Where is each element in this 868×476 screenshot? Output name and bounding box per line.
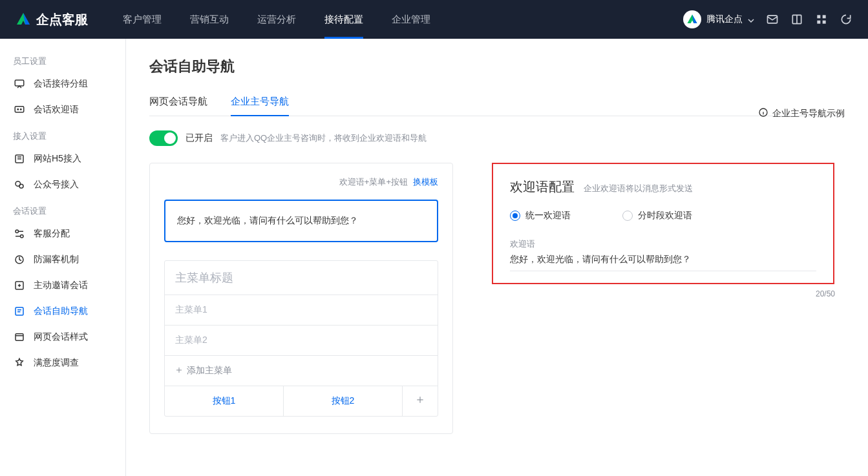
nav-right: 腾讯企点 bbox=[683, 10, 852, 28]
svg-rect-3 bbox=[817, 15, 820, 18]
config-title: 欢迎语配置 bbox=[510, 178, 575, 196]
subtabs: 网页会话导航 企业主号导航 bbox=[149, 89, 845, 116]
page-title: 会话自助导航 bbox=[149, 57, 845, 76]
preview-welcome-box[interactable]: 您好，欢迎光临，请问有什么可以帮助到您？ bbox=[164, 200, 438, 242]
info-icon bbox=[758, 107, 768, 119]
nav-tab-reception[interactable]: 接待配置 bbox=[310, 0, 377, 39]
sidebar-item-h5[interactable]: 网站H5接入 bbox=[0, 146, 125, 172]
chevron-down-icon bbox=[748, 14, 754, 25]
tenant-name: 腾讯企点 bbox=[706, 14, 743, 25]
sidebar-item-label: 满意度调查 bbox=[34, 357, 79, 369]
sidebar-item-label: 网站H5接入 bbox=[34, 153, 81, 165]
tenant-menu[interactable]: 腾讯企点 bbox=[683, 10, 754, 28]
preview-card: 欢迎语+菜单+按钮 换模板 您好，欢迎光临，请问有什么可以帮助到您？ 主菜单标题… bbox=[149, 163, 453, 434]
sidebar: 员工设置 会话接待分组 会话欢迎语 接入设置 网站H5接入 公众号接入 会话设置… bbox=[0, 39, 126, 476]
sidebar-item-label: 会话自助导航 bbox=[34, 305, 88, 317]
svg-point-10 bbox=[21, 109, 22, 110]
sidebar-item-label: 网页会话样式 bbox=[34, 331, 88, 343]
wechat-icon bbox=[13, 178, 26, 191]
char-count: 20/50 bbox=[816, 289, 835, 298]
apps-icon[interactable] bbox=[815, 13, 828, 26]
survey-icon bbox=[13, 357, 26, 369]
refresh-icon[interactable] bbox=[840, 13, 852, 26]
nav-tab-analytics[interactable]: 运营分析 bbox=[243, 0, 310, 39]
svg-point-14 bbox=[16, 230, 19, 233]
preview-welcome-text: 您好，欢迎光临，请问有什么可以帮助到您？ bbox=[177, 215, 358, 225]
nav-tabs: 客户管理 营销互动 运营分析 接待配置 企业管理 bbox=[109, 0, 445, 39]
sidebar-item-assign[interactable]: 客服分配 bbox=[0, 221, 125, 247]
radio-time-welcome[interactable]: 分时段欢迎语 bbox=[622, 210, 692, 222]
preview-button-2[interactable]: 按钮2 bbox=[284, 386, 403, 416]
sidebar-item-label: 会话接待分组 bbox=[34, 78, 88, 90]
add-menu-button[interactable]: 添加主菜单 bbox=[165, 356, 438, 386]
sidebar-item-survey[interactable]: 满意度调查 bbox=[0, 350, 125, 376]
svg-point-15 bbox=[21, 235, 24, 238]
toggle-status: 已开启 bbox=[185, 132, 213, 144]
welcome-config-panel: 欢迎语配置 企业欢迎语将以消息形式发送 统一欢迎语 分时段欢迎语 欢迎 bbox=[492, 163, 834, 284]
sidebar-item-style[interactable]: 网页会话样式 bbox=[0, 324, 125, 350]
enable-toggle-row: 已开启 客户进入QQ企业主号咨询时，将收到企业欢迎语和导航 bbox=[149, 130, 845, 146]
svg-rect-4 bbox=[823, 15, 826, 18]
menu-item[interactable]: 主菜单1 bbox=[165, 295, 438, 326]
change-template-link[interactable]: 换模板 bbox=[413, 176, 438, 188]
menu-item[interactable]: 主菜单2 bbox=[165, 326, 438, 356]
sidebar-item-chat-group[interactable]: 会话接待分组 bbox=[0, 71, 125, 97]
subtab-web-nav[interactable]: 网页会话导航 bbox=[149, 89, 207, 116]
menu-title-input[interactable]: 主菜单标题 bbox=[165, 261, 438, 295]
welcome-field-input[interactable]: 您好，欢迎光临，请问有什么可以帮助到您？ bbox=[510, 254, 816, 271]
invite-icon bbox=[13, 279, 26, 292]
nav-tab-marketing[interactable]: 营销互动 bbox=[176, 0, 243, 39]
preview-menu-block: 主菜单标题 主菜单1 主菜单2 添加主菜单 按钮1 按钮2 bbox=[164, 260, 438, 417]
sidebar-item-leak[interactable]: 防漏客机制 bbox=[0, 247, 125, 273]
example-link[interactable]: 企业主号导航示例 bbox=[758, 107, 845, 119]
svg-rect-5 bbox=[817, 21, 820, 24]
svg-rect-7 bbox=[15, 80, 24, 86]
sidebar-item-invite[interactable]: 主动邀请会话 bbox=[0, 273, 125, 298]
radio-label: 分时段欢迎语 bbox=[638, 210, 692, 222]
example-link-label: 企业主号导航示例 bbox=[772, 108, 845, 119]
sidebar-item-welcome[interactable]: 会话欢迎语 bbox=[0, 97, 125, 123]
subtab-enterprise-nav[interactable]: 企业主号导航 bbox=[231, 89, 289, 116]
sidebar-item-selfnav[interactable]: 会话自助导航 bbox=[0, 298, 125, 324]
svg-point-13 bbox=[19, 184, 23, 188]
radio-label: 统一欢迎语 bbox=[525, 210, 571, 222]
add-preview-button[interactable] bbox=[403, 386, 438, 416]
top-nav: 企点客服 客户管理 营销互动 运营分析 接待配置 企业管理 腾讯企点 bbox=[0, 0, 868, 39]
chat-group-icon bbox=[13, 78, 26, 90]
svg-rect-8 bbox=[15, 107, 24, 112]
leak-icon bbox=[13, 253, 26, 266]
mail-icon[interactable] bbox=[766, 13, 779, 26]
add-menu-label: 添加主菜单 bbox=[187, 365, 232, 377]
assign-icon bbox=[13, 227, 26, 240]
plus-icon bbox=[175, 366, 183, 376]
brand: 企点客服 bbox=[16, 11, 88, 28]
sidebar-item-label: 防漏客机制 bbox=[34, 254, 79, 265]
preview-button-1[interactable]: 按钮1 bbox=[165, 386, 284, 416]
sidebar-item-label: 会话欢迎语 bbox=[34, 104, 79, 116]
brand-name: 企点客服 bbox=[36, 11, 88, 28]
sidebar-item-wechat[interactable]: 公众号接入 bbox=[0, 172, 125, 198]
brand-logo-icon bbox=[16, 12, 31, 27]
radio-unified-welcome[interactable]: 统一欢迎语 bbox=[510, 210, 571, 222]
sidebar-group-title: 接入设置 bbox=[0, 123, 125, 146]
radio-dot-icon bbox=[510, 211, 520, 221]
nav-tab-customers[interactable]: 客户管理 bbox=[109, 0, 176, 39]
svg-point-9 bbox=[17, 109, 19, 110]
toggle-hint: 客户进入QQ企业主号咨询时，将收到企业欢迎语和导航 bbox=[220, 132, 427, 144]
h5-icon bbox=[13, 152, 26, 165]
config-subtitle: 企业欢迎语将以消息形式发送 bbox=[584, 183, 693, 194]
enable-toggle[interactable] bbox=[149, 130, 178, 146]
sidebar-item-label: 公众号接入 bbox=[34, 179, 79, 191]
svg-rect-6 bbox=[823, 21, 826, 24]
selfnav-icon bbox=[13, 305, 26, 318]
nav-tab-enterprise[interactable]: 企业管理 bbox=[377, 0, 445, 39]
sidebar-item-label: 主动邀请会话 bbox=[34, 280, 88, 291]
book-icon[interactable] bbox=[790, 13, 803, 26]
preview-crumb: 欢迎语+菜单+按钮 bbox=[339, 176, 408, 188]
preview-button-row: 按钮1 按钮2 bbox=[165, 386, 438, 416]
content-area: 会话自助导航 网页会话导航 企业主号导航 企业主号导航示例 已开启 客户进入QQ… bbox=[126, 39, 868, 476]
sidebar-item-label: 客服分配 bbox=[34, 228, 70, 240]
sidebar-group-title: 员工设置 bbox=[0, 48, 125, 71]
style-icon bbox=[13, 331, 26, 344]
sidebar-group-title: 会话设置 bbox=[0, 198, 125, 221]
